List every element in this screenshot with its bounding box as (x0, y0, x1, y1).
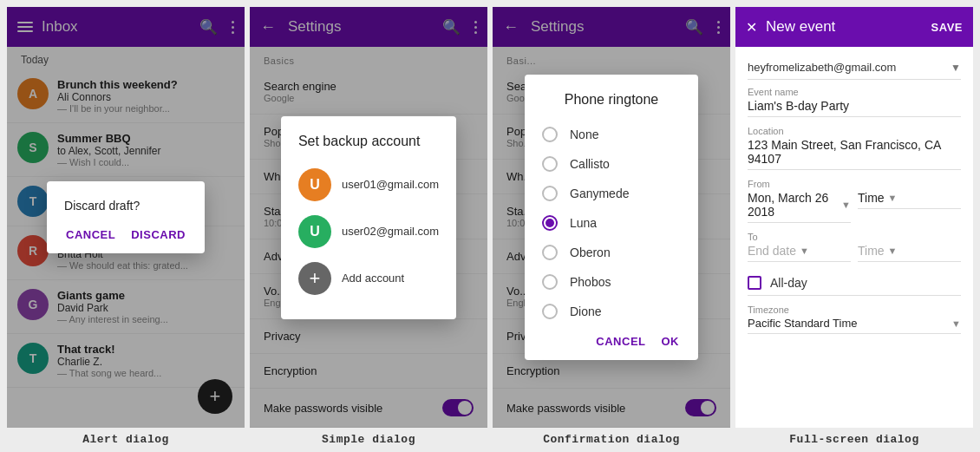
radio-circle (542, 186, 558, 201)
caption-alert: Alert dialog (7, 433, 245, 446)
caption-confirm: Confirmation dialog (493, 433, 730, 446)
account-email: user02@gmail.com (342, 225, 439, 238)
event-name-label: Event name (748, 87, 961, 97)
radio-item-phobos[interactable]: Phobos (542, 267, 681, 297)
simple-dialog-title: Set backup account (298, 134, 439, 149)
cancel-button[interactable]: CANCEL (64, 225, 117, 245)
radio-label: Oberon (570, 246, 611, 259)
chevron-down-icon: ▼ (800, 246, 809, 256)
to-date-value[interactable]: End date ▼ (748, 244, 851, 262)
allday-label: All-day (770, 276, 807, 290)
location-label: Location (748, 126, 961, 136)
to-time-field[interactable]: Time ▼ (858, 232, 961, 262)
account-avatar: U (298, 168, 331, 201)
radio-circle (542, 215, 558, 231)
alert-dialog: Discard draft? CANCEL DISCARD (47, 181, 205, 253)
confirm-dialog: Phone ringtone None Callisto Ganymede Lu… (525, 75, 698, 360)
discard-button[interactable]: DISCARD (129, 225, 187, 245)
time-spacer (858, 179, 961, 189)
fullscreen-body: heyfromelizabeth@gmail.com ▼ Event name … (735, 47, 973, 428)
dialog-overlay: Discard draft? CANCEL DISCARD (7, 7, 245, 428)
chevron-down-icon: ▼ (951, 62, 961, 74)
caption-simple: Simple dialog (250, 433, 487, 446)
radio-item-dione[interactable]: Dione (542, 297, 681, 326)
event-name-value[interactable]: Liam's B-day Party (748, 99, 961, 117)
screen-simple: ← Settings 🔍 Basics Search engine Google… (250, 7, 487, 428)
confirm-dialog-title: Phone ringtone (542, 92, 681, 108)
radio-label: Ganymede (570, 187, 629, 200)
to-label: To (748, 232, 851, 242)
cancel-button[interactable]: CANCEL (594, 331, 647, 351)
radio-label: None (570, 128, 598, 141)
chevron-down-icon: ▼ (888, 193, 898, 203)
timezone-value[interactable]: Pacific Standard Time ▼ (748, 317, 961, 334)
radio-circle (542, 156, 558, 172)
screen-fullscreen: ✕ New event SAVE heyfromelizabeth@gmail.… (735, 7, 973, 428)
screen-confirm: ← Settings 🔍 Basi... Sea... Goo... Pop..… (493, 7, 730, 428)
chevron-down-icon: ▼ (888, 246, 898, 256)
radio-item-none[interactable]: None (542, 120, 681, 149)
save-button[interactable]: SAVE (931, 21, 963, 34)
add-account-item[interactable]: + Add account (298, 255, 439, 302)
confirm-dialog-actions: CANCEL OK (542, 331, 681, 351)
location-value[interactable]: 123 Main Street, San Francisco, CA 94107 (748, 138, 961, 170)
radio-item-luna[interactable]: Luna (542, 208, 681, 238)
confirm-dialog-overlay: Phone ringtone None Callisto Ganymede Lu… (493, 7, 730, 428)
from-time-field[interactable]: Time ▼ (858, 179, 961, 223)
alert-dialog-actions: CANCEL DISCARD (64, 225, 187, 245)
account-item[interactable]: U user01@gmail.com (298, 161, 439, 208)
radio-label: Phobos (570, 275, 611, 289)
close-icon[interactable]: ✕ (746, 19, 757, 36)
radio-circle (542, 245, 558, 260)
ok-button[interactable]: OK (660, 331, 682, 351)
account-email: user01@gmail.com (342, 178, 439, 191)
chevron-down-icon: ▼ (841, 200, 851, 210)
time-spacer (858, 232, 961, 242)
add-account-icon: + (298, 262, 331, 295)
email-value: heyfromelizabeth@gmail.com (748, 61, 951, 74)
radio-item-oberon[interactable]: Oberon (542, 238, 681, 267)
timezone-field[interactable]: Timezone Pacific Standard Time ▼ (748, 305, 961, 334)
from-label: From (748, 179, 851, 189)
radio-circle (542, 127, 558, 142)
fullscreen-title: New event (766, 18, 931, 36)
chevron-down-icon: ▼ (951, 318, 961, 329)
add-account-label: Add account (342, 272, 404, 285)
radio-item-ganymede[interactable]: Ganymede (542, 179, 681, 208)
captions-row: Alert dialog Simple dialog Confirmation … (0, 428, 980, 452)
from-time-value[interactable]: Time ▼ (858, 191, 961, 209)
radio-label: Luna (570, 216, 597, 230)
account-avatar: U (298, 215, 331, 248)
caption-fullscreen: Full-screen dialog (735, 433, 973, 446)
alert-dialog-title: Discard draft? (64, 199, 187, 213)
from-date-value[interactable]: Mon, March 26 2018 ▼ (748, 191, 851, 223)
email-selector[interactable]: heyfromelizabeth@gmail.com ▼ (748, 56, 961, 80)
radio-label: Dione (570, 305, 602, 318)
timezone-label: Timezone (748, 305, 961, 315)
radio-circle (542, 304, 558, 319)
location-field[interactable]: Location 123 Main Street, San Francisco,… (748, 126, 961, 170)
event-name-field[interactable]: Event name Liam's B-day Party (748, 87, 961, 117)
allday-checkbox[interactable] (748, 276, 761, 290)
from-date-field[interactable]: From Mon, March 26 2018 ▼ (748, 179, 851, 223)
simple-dialog: Set backup account U user01@gmail.com U … (281, 116, 456, 319)
radio-circle (542, 274, 558, 290)
fullscreen-topbar: ✕ New event SAVE (735, 7, 973, 47)
allday-row[interactable]: All-day (748, 271, 961, 296)
from-row: From Mon, March 26 2018 ▼ Time ▼ (748, 179, 961, 223)
to-date-field[interactable]: To End date ▼ (748, 232, 851, 262)
to-time-value[interactable]: Time ▼ (858, 244, 961, 262)
simple-dialog-overlay: Set backup account U user01@gmail.com U … (250, 7, 487, 428)
screen-alert: Inbox 🔍 Today A Brunch this weekend? Ali… (7, 7, 245, 428)
radio-item-callisto[interactable]: Callisto (542, 149, 681, 179)
to-row: To End date ▼ Time ▼ (748, 232, 961, 262)
account-item[interactable]: U user02@gmail.com (298, 208, 439, 255)
radio-label: Callisto (570, 157, 610, 171)
